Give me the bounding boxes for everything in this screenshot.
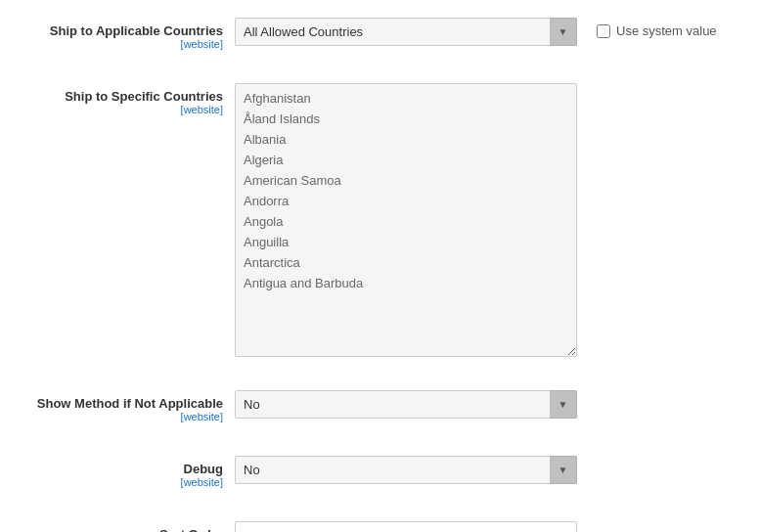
ship-to-specific-label: Ship to Specific Countries xyxy=(10,89,223,104)
ship-to-specific-listbox-wrapper: Afghanistan Åland Islands Albania Algeri… xyxy=(235,83,577,357)
ship-to-specific-control: Afghanistan Åland Islands Albania Algeri… xyxy=(235,83,749,357)
ship-to-applicable-control: All Allowed Countries Use system value xyxy=(235,18,749,46)
show-method-select[interactable]: No Yes xyxy=(235,390,577,419)
debug-sublabel: [website] xyxy=(10,476,223,488)
ship-to-applicable-label: Ship to Applicable Countries xyxy=(10,23,223,38)
debug-label-cell: Debug [website] xyxy=(10,456,235,488)
ship-to-applicable-select[interactable]: All Allowed Countries xyxy=(235,18,577,46)
debug-control: No Yes xyxy=(235,456,749,484)
show-method-row: Show Method if Not Applicable [website] … xyxy=(0,382,759,430)
sort-order-label: Sort Order xyxy=(10,527,223,532)
ship-to-specific-multiselect[interactable]: Afghanistan Åland Islands Albania Algeri… xyxy=(235,83,577,357)
ship-to-specific-row: Ship to Specific Countries [website] Afg… xyxy=(0,75,759,365)
debug-label: Debug xyxy=(10,462,223,476)
use-system-value-checkbox[interactable] xyxy=(597,24,610,38)
ship-to-applicable-sublabel: [website] xyxy=(10,38,223,50)
show-method-label-cell: Show Method if Not Applicable [website] xyxy=(10,390,235,422)
show-method-sublabel: [website] xyxy=(10,411,223,422)
use-system-value-text: Use system value xyxy=(616,23,717,38)
sort-order-control xyxy=(235,521,749,532)
ship-to-applicable-select-wrapper: All Allowed Countries xyxy=(235,18,577,46)
ship-to-specific-label-cell: Ship to Specific Countries [website] xyxy=(10,83,235,115)
ship-to-applicable-label-cell: Ship to Applicable Countries [website] xyxy=(10,18,235,50)
sort-order-row: Sort Order [website] xyxy=(0,513,759,532)
show-method-control: No Yes xyxy=(235,390,749,419)
sort-order-label-cell: Sort Order [website] xyxy=(10,521,235,532)
show-method-select-wrapper: No Yes xyxy=(235,390,577,419)
sort-order-input[interactable] xyxy=(235,521,577,532)
debug-select[interactable]: No Yes xyxy=(235,456,577,484)
ship-to-applicable-row: Ship to Applicable Countries [website] A… xyxy=(0,10,759,58)
ship-to-specific-sublabel: [website] xyxy=(10,104,223,115)
show-method-label: Show Method if Not Applicable xyxy=(10,396,223,411)
use-system-value-label[interactable]: Use system value xyxy=(597,18,717,38)
debug-select-wrapper: No Yes xyxy=(235,456,577,484)
debug-row: Debug [website] No Yes xyxy=(0,448,759,496)
